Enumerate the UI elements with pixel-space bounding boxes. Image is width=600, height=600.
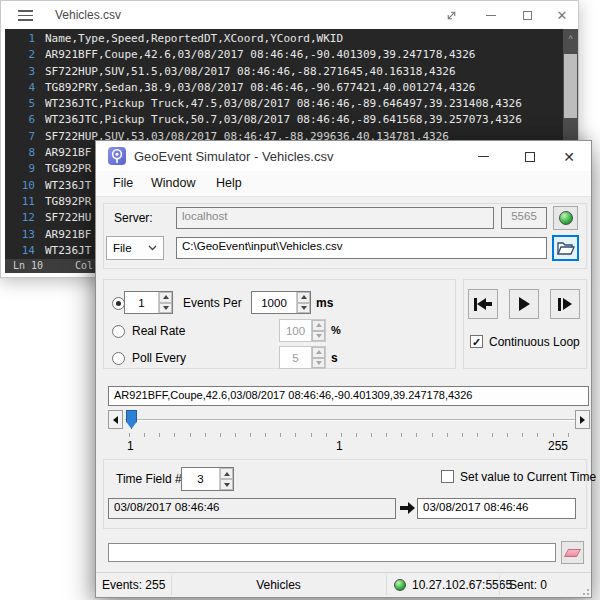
step-forward-button[interactable] bbox=[550, 289, 580, 319]
continuous-loop-label: Continuous Loop bbox=[489, 335, 580, 349]
editor-close-button[interactable]: ✕ bbox=[549, 6, 575, 24]
sent-count: Sent: 0 bbox=[509, 578, 547, 592]
message-log-field[interactable] bbox=[108, 543, 556, 562]
source-type-dropdown[interactable]: File bbox=[106, 236, 164, 260]
poll-value: 5 bbox=[280, 352, 311, 364]
line-text: TG892PR bbox=[35, 161, 91, 177]
slider-tick bbox=[568, 433, 569, 437]
close-icon: ✕ bbox=[563, 150, 575, 164]
editor-title: Vehicles.csv bbox=[55, 8, 121, 22]
hamburger-menu-icon[interactable] bbox=[18, 10, 33, 21]
real-rate-value: 100 bbox=[280, 325, 311, 337]
rewind-to-start-button[interactable] bbox=[468, 289, 498, 319]
current-time-checkbox[interactable] bbox=[441, 470, 454, 483]
clear-log-button[interactable] bbox=[561, 541, 584, 564]
play-button[interactable] bbox=[509, 289, 539, 319]
slider-tick bbox=[432, 433, 433, 437]
spin-down-icon[interactable] bbox=[159, 303, 172, 314]
simulator-statusbar: Events: 255 Vehicles 10.27.102.67:5565 S… bbox=[96, 572, 591, 597]
chevron-down-icon bbox=[148, 245, 157, 251]
scroll-up-icon[interactable]: ^ bbox=[563, 35, 578, 44]
slider-start-label: 1 bbox=[127, 439, 134, 453]
slider-tick bbox=[220, 433, 221, 437]
endpoint-address: 10.27.102.67:5565 bbox=[412, 578, 512, 592]
open-folder-icon bbox=[557, 241, 575, 256]
slider-tick bbox=[129, 433, 130, 437]
browse-file-button[interactable] bbox=[552, 235, 579, 261]
slider-right-button[interactable] bbox=[575, 410, 590, 429]
line-number: 8 bbox=[5, 145, 35, 161]
arrow-right-icon bbox=[580, 416, 585, 424]
continuous-loop-checkbox[interactable]: ✓ bbox=[470, 335, 483, 348]
line-text: AR921BFF,Coupe,42.6,03/08/2017 08:46:46,… bbox=[35, 47, 475, 63]
poll-every-label: Poll Every bbox=[132, 351, 186, 365]
slider-tick bbox=[326, 433, 327, 437]
current-event-field: AR921BFF,Coupe,42.6,03/08/2017 08:46:46,… bbox=[108, 386, 589, 406]
cursor-col-indicator: Col bbox=[75, 259, 93, 273]
feed-name: Vehicles bbox=[171, 578, 386, 592]
events-per-label: Events Per bbox=[183, 296, 242, 310]
slider-tick bbox=[250, 433, 251, 437]
slider-tick bbox=[174, 433, 175, 437]
play-icon bbox=[519, 297, 530, 311]
spin-down-icon[interactable] bbox=[297, 303, 310, 314]
slider-tick bbox=[371, 433, 372, 437]
spin-up-icon[interactable] bbox=[220, 468, 233, 479]
event-time-field[interactable]: 03/08/2017 08:46:46 bbox=[108, 498, 396, 519]
simulator-maximize-button[interactable] bbox=[515, 147, 545, 166]
arrow-left-icon bbox=[113, 416, 118, 424]
spin-up-icon[interactable] bbox=[297, 292, 310, 303]
menu-window[interactable]: Window bbox=[151, 176, 195, 190]
event-count-value: 1 bbox=[125, 297, 158, 309]
event-count-spinner[interactable]: 1 bbox=[124, 291, 173, 314]
interval-unit-label: ms bbox=[316, 296, 333, 310]
real-rate-radio[interactable] bbox=[112, 325, 125, 338]
scrollbar-thumb[interactable] bbox=[564, 54, 577, 118]
menu-file[interactable]: File bbox=[113, 176, 133, 190]
resize-grip[interactable] bbox=[579, 585, 589, 595]
spin-up-icon bbox=[312, 320, 325, 331]
current-time-label: Set value to Current Time bbox=[460, 470, 596, 484]
slider-track[interactable] bbox=[125, 419, 575, 421]
output-time-field[interactable]: 03/08/2017 08:46:46 bbox=[417, 498, 576, 519]
line-number: 13 bbox=[5, 227, 35, 243]
slider-tick bbox=[492, 433, 493, 437]
line-number: 9 bbox=[5, 161, 35, 177]
line-text: SF722HUP,SUV,51.5,03/08/2017 08:46:46,-8… bbox=[35, 64, 456, 80]
slider-thumb[interactable] bbox=[126, 410, 137, 429]
simulator-titlebar: GeoEvent Simulator - Vehicles.csv ✕ bbox=[96, 141, 591, 171]
editor-line: 3SF722HUP,SUV,51.5,03/08/2017 08:46:46,-… bbox=[5, 64, 563, 80]
interval-spinner[interactable]: 1000 bbox=[251, 291, 311, 314]
menu-help[interactable]: Help bbox=[216, 176, 242, 190]
slider-tick bbox=[386, 433, 387, 437]
simulator-minimize-button[interactable] bbox=[468, 147, 498, 166]
server-port-field[interactable]: 5565 bbox=[501, 207, 547, 229]
editor-minimize-button[interactable] bbox=[478, 6, 504, 24]
time-field-spinner[interactable]: 3 bbox=[181, 467, 234, 491]
slider-tick bbox=[235, 433, 236, 437]
spin-down-icon bbox=[312, 331, 325, 342]
slider-left-button[interactable] bbox=[108, 410, 123, 429]
events-count: Events: 255 bbox=[102, 578, 165, 592]
server-host-field[interactable]: localhost bbox=[176, 207, 494, 229]
line-text: AR921BF bbox=[35, 227, 91, 243]
geoevent-logo-icon bbox=[107, 146, 127, 166]
connect-button[interactable] bbox=[553, 206, 578, 230]
editor-expand-button[interactable] bbox=[438, 6, 464, 24]
simulator-close-button[interactable]: ✕ bbox=[554, 147, 584, 166]
skip-to-start-icon bbox=[474, 298, 492, 311]
line-number: 1 bbox=[5, 31, 35, 47]
file-path-field[interactable]: C:\GeoEvent\input\Vehicles.csv bbox=[176, 237, 547, 259]
maximize-icon bbox=[525, 152, 535, 162]
editor-line: 5WT236JTC,Pickup Truck,47.5,03/08/2017 0… bbox=[5, 96, 563, 112]
spin-up-icon[interactable] bbox=[159, 292, 172, 303]
line-text: Name,Type,Speed,ReportedDT,XCoord,YCoord… bbox=[35, 31, 343, 47]
connection-status-icon bbox=[394, 579, 406, 591]
connection-status-icon bbox=[559, 211, 573, 225]
editor-maximize-button[interactable] bbox=[514, 6, 540, 24]
editor-line: 2AR921BFF,Coupe,42.6,03/08/2017 08:46:46… bbox=[5, 47, 563, 63]
time-field-value: 3 bbox=[182, 473, 219, 485]
spin-down-icon[interactable] bbox=[220, 479, 233, 490]
poll-unit-label: s bbox=[331, 351, 338, 365]
poll-every-radio[interactable] bbox=[112, 352, 125, 365]
